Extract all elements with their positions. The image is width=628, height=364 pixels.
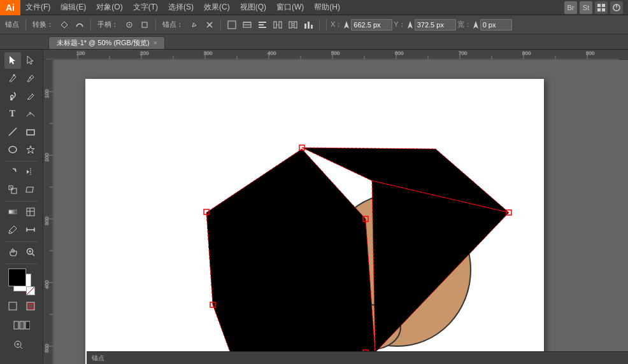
x-field: X： bbox=[331, 19, 392, 31]
grid-icon[interactable] bbox=[595, 1, 608, 14]
svg-text:200: 200 bbox=[140, 50, 149, 56]
svg-point-32 bbox=[10, 98, 13, 101]
width-input[interactable] bbox=[480, 19, 512, 31]
line-tool-btn[interactable] bbox=[4, 123, 21, 140]
mask-mode-btn[interactable] bbox=[22, 298, 39, 314]
tool-row-11 bbox=[4, 244, 39, 260]
power-icon[interactable] bbox=[610, 1, 623, 14]
svg-text:T: T bbox=[29, 111, 32, 116]
foreground-color-swatch[interactable] bbox=[8, 269, 26, 286]
shape-btn1[interactable] bbox=[225, 18, 239, 32]
tool-row-6 bbox=[4, 141, 39, 158]
reflect-tool-btn[interactable] bbox=[22, 164, 39, 180]
handle-square-btn[interactable] bbox=[138, 18, 152, 32]
menu-items: 文件(F) 编辑(E) 对象(O) 文字(T) 选择(S) 效果(C) 视图(Q… bbox=[20, 0, 345, 15]
direct-select-btn[interactable] bbox=[22, 52, 39, 69]
distribute-btn2[interactable] bbox=[286, 18, 300, 32]
pen-tool-btn[interactable] bbox=[4, 70, 21, 87]
tool-row-1 bbox=[4, 52, 39, 69]
menu-view[interactable]: 视图(Q) bbox=[235, 0, 271, 15]
anchor-tool-btn[interactable] bbox=[22, 70, 39, 87]
star-tool-btn[interactable] bbox=[22, 141, 39, 158]
st-icon[interactable]: St bbox=[580, 1, 592, 14]
shape-btn2[interactable] bbox=[240, 18, 254, 32]
zoom-tool-btn[interactable] bbox=[22, 244, 39, 260]
document-tab[interactable]: 未标题-1* @ 50% (RGB/预览) × bbox=[48, 36, 165, 49]
align-left-btn[interactable] bbox=[255, 18, 269, 32]
svg-line-63 bbox=[20, 347, 22, 349]
shear-tool-btn[interactable] bbox=[22, 181, 39, 198]
zoom-row bbox=[13, 336, 30, 353]
menu-text[interactable]: 文字(T) bbox=[128, 0, 163, 15]
svg-marker-29 bbox=[473, 21, 478, 29]
svg-marker-28 bbox=[408, 21, 413, 29]
rect-tool-btn[interactable] bbox=[22, 123, 39, 140]
x-label: X： bbox=[331, 20, 342, 29]
gradient-tool-btn[interactable] bbox=[4, 204, 21, 220]
svg-text:100: 100 bbox=[76, 50, 85, 56]
svg-point-30 bbox=[13, 74, 15, 76]
svg-text:500: 500 bbox=[44, 344, 50, 353]
sep5 bbox=[319, 19, 320, 31]
svg-rect-0 bbox=[597, 4, 601, 7]
width-label: 宽： bbox=[457, 20, 471, 29]
svg-line-51 bbox=[32, 254, 34, 256]
handle-btn1[interactable] bbox=[122, 18, 136, 32]
pencil-btn[interactable] bbox=[22, 88, 39, 104]
svg-rect-22 bbox=[294, 22, 297, 28]
screen-mode-btn[interactable] bbox=[13, 317, 30, 333]
transform-smooth-btn[interactable] bbox=[73, 18, 87, 32]
type-on-path-btn[interactable]: T bbox=[22, 106, 39, 122]
select-tool-btn[interactable] bbox=[4, 52, 21, 69]
tab-close-btn[interactable]: × bbox=[153, 39, 157, 46]
transform-corner-btn[interactable] bbox=[57, 18, 71, 32]
menu-edit[interactable]: 编辑(E) bbox=[55, 0, 91, 15]
svg-line-9 bbox=[207, 22, 212, 27]
toolbar: 锚点 转换： 手柄： 锚点： bbox=[0, 15, 628, 34]
sep4 bbox=[220, 19, 221, 31]
svg-rect-2 bbox=[597, 8, 601, 11]
paintbrush-btn[interactable] bbox=[4, 88, 21, 104]
canvas-area[interactable]: 100 200 300 400 500 600 700 800 bbox=[43, 50, 628, 364]
color-swatches[interactable] bbox=[8, 269, 35, 295]
menubar: Ai 文件(F) 编辑(E) 对象(O) 文字(T) 选择(S) 效果(C) 视… bbox=[0, 0, 628, 15]
menu-object[interactable]: 对象(O) bbox=[91, 0, 127, 15]
distribute-btn1[interactable] bbox=[271, 18, 285, 32]
svg-rect-54 bbox=[9, 302, 17, 310]
anchor-scissors-btn[interactable] bbox=[203, 18, 217, 32]
x-input[interactable] bbox=[351, 19, 392, 31]
y-input[interactable] bbox=[415, 19, 456, 31]
svg-text:300: 300 bbox=[204, 50, 213, 56]
svg-rect-19 bbox=[279, 22, 282, 28]
none-color-btn[interactable] bbox=[26, 286, 35, 295]
anchor-pen-btn[interactable] bbox=[187, 18, 201, 32]
svg-rect-35 bbox=[27, 130, 34, 135]
menu-file[interactable]: 文件(F) bbox=[20, 0, 55, 15]
mesh-tool-btn[interactable] bbox=[22, 204, 39, 220]
scale-tool-btn[interactable] bbox=[4, 181, 21, 198]
menu-select[interactable]: 选择(S) bbox=[163, 0, 199, 15]
menu-effect[interactable]: 效果(C) bbox=[199, 0, 235, 15]
type-tool-btn[interactable]: T bbox=[4, 106, 21, 122]
measure-btn[interactable] bbox=[22, 221, 39, 238]
eyedropper-btn[interactable] bbox=[4, 221, 21, 238]
sep3 bbox=[155, 19, 156, 31]
menu-help[interactable]: 帮助(H) bbox=[309, 0, 345, 15]
anchor2-label: 锚点： bbox=[160, 20, 186, 29]
svg-line-34 bbox=[9, 128, 17, 136]
tool-row-4: T T bbox=[4, 106, 39, 122]
chart-bar-btn[interactable] bbox=[301, 18, 315, 32]
menu-window[interactable]: 窗口(W) bbox=[271, 0, 309, 15]
normal-mode-btn[interactable] bbox=[4, 298, 21, 314]
ellipse-tool-btn[interactable] bbox=[4, 141, 21, 158]
zoom-level-btn[interactable] bbox=[13, 336, 30, 353]
br-icon[interactable]: Br bbox=[564, 1, 577, 14]
y-label: Y： bbox=[394, 20, 405, 29]
tool-row-8 bbox=[4, 181, 39, 198]
handle-label: 手柄： bbox=[95, 20, 121, 29]
ruler-left: 100 200 300 400 500 bbox=[43, 60, 54, 364]
rotate-tool-btn[interactable] bbox=[4, 164, 21, 180]
hand-tool-btn[interactable] bbox=[4, 244, 21, 260]
svg-rect-44 bbox=[27, 208, 34, 216]
canvas-panel[interactable] bbox=[85, 79, 544, 364]
